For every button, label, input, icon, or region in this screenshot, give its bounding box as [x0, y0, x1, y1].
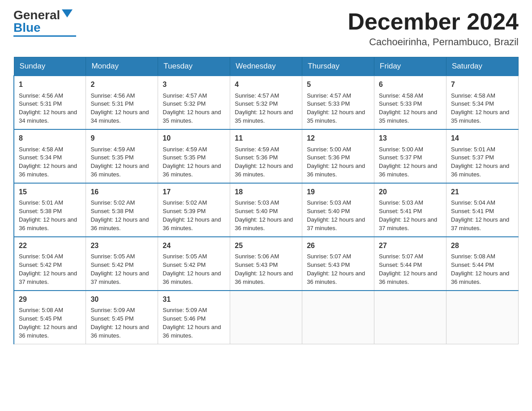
day-number: 21 [451, 187, 514, 197]
header-thursday: Thursday [302, 57, 374, 76]
day-number: 10 [163, 133, 225, 143]
title-section: December 2024 Cachoeirinha, Pernambuco, … [348, 9, 519, 48]
calendar-cell: 13 Sunrise: 5:00 AMSunset: 5:37 PMDaylig… [374, 129, 446, 183]
calendar-cell: 31 Sunrise: 5:09 AMSunset: 5:46 PMDaylig… [158, 291, 230, 344]
logo-blue-text: Blue [13, 21, 41, 34]
day-info: Sunrise: 5:03 AMSunset: 5:40 PMDaylight:… [235, 199, 293, 231]
calendar-cell [302, 291, 374, 344]
header-saturday: Saturday [446, 57, 519, 76]
week-row-2: 8 Sunrise: 4:58 AMSunset: 5:34 PMDayligh… [14, 129, 519, 183]
day-info: Sunrise: 4:59 AMSunset: 5:35 PMDaylight:… [163, 146, 221, 178]
day-number: 9 [90, 133, 153, 143]
page-header: General Blue December 2024 Cachoeirinha,… [13, 9, 519, 48]
calendar-cell: 29 Sunrise: 5:08 AMSunset: 5:45 PMDaylig… [14, 291, 86, 344]
logo-triangle-icon [62, 9, 73, 17]
day-number: 2 [90, 80, 153, 90]
day-number: 20 [379, 187, 442, 197]
calendar-cell: 20 Sunrise: 5:03 AMSunset: 5:41 PMDaylig… [374, 183, 446, 237]
calendar-cell [446, 291, 519, 344]
week-row-1: 1 Sunrise: 4:56 AMSunset: 5:31 PMDayligh… [14, 76, 519, 129]
day-number: 16 [90, 187, 153, 197]
day-info: Sunrise: 5:09 AMSunset: 5:45 PMDaylight:… [90, 307, 149, 339]
calendar-cell: 19 Sunrise: 5:03 AMSunset: 5:40 PMDaylig… [302, 183, 374, 237]
day-info: Sunrise: 5:07 AMSunset: 5:44 PMDaylight:… [379, 253, 437, 285]
day-info: Sunrise: 5:07 AMSunset: 5:43 PMDaylight:… [307, 253, 365, 285]
calendar-cell: 8 Sunrise: 4:58 AMSunset: 5:34 PMDayligh… [14, 129, 86, 183]
calendar-cell [230, 291, 302, 344]
calendar-cell: 4 Sunrise: 4:57 AMSunset: 5:32 PMDayligh… [230, 76, 302, 129]
calendar-cell: 9 Sunrise: 4:59 AMSunset: 5:35 PMDayligh… [86, 129, 158, 183]
calendar-cell: 25 Sunrise: 5:06 AMSunset: 5:43 PMDaylig… [230, 237, 302, 291]
day-number: 7 [451, 80, 514, 90]
header-friday: Friday [374, 57, 446, 76]
day-info: Sunrise: 5:00 AMSunset: 5:36 PMDaylight:… [307, 146, 365, 178]
day-info: Sunrise: 5:08 AMSunset: 5:44 PMDaylight:… [451, 253, 509, 285]
day-number: 12 [307, 133, 369, 143]
day-info: Sunrise: 4:58 AMSunset: 5:33 PMDaylight:… [379, 92, 437, 124]
calendar-cell: 27 Sunrise: 5:07 AMSunset: 5:44 PMDaylig… [374, 237, 446, 291]
calendar-cell: 7 Sunrise: 4:58 AMSunset: 5:34 PMDayligh… [446, 76, 519, 129]
day-number: 17 [163, 187, 225, 197]
calendar-cell: 1 Sunrise: 4:56 AMSunset: 5:31 PMDayligh… [14, 76, 86, 129]
day-number: 18 [235, 187, 297, 197]
day-number: 1 [19, 80, 81, 90]
day-info: Sunrise: 4:58 AMSunset: 5:34 PMDaylight:… [451, 92, 509, 124]
day-info: Sunrise: 4:56 AMSunset: 5:31 PMDaylight:… [19, 92, 77, 124]
day-info: Sunrise: 5:02 AMSunset: 5:38 PMDaylight:… [90, 199, 149, 231]
month-title: December 2024 [348, 9, 519, 34]
day-info: Sunrise: 4:59 AMSunset: 5:36 PMDaylight:… [235, 146, 293, 178]
logo: General Blue [13, 9, 76, 37]
day-number: 8 [19, 133, 81, 143]
day-number: 25 [235, 241, 297, 251]
day-info: Sunrise: 5:01 AMSunset: 5:38 PMDaylight:… [19, 199, 77, 231]
calendar-cell: 21 Sunrise: 5:04 AMSunset: 5:41 PMDaylig… [446, 183, 519, 237]
day-info: Sunrise: 5:03 AMSunset: 5:40 PMDaylight:… [307, 199, 365, 231]
calendar-table: SundayMondayTuesdayWednesdayThursdayFrid… [13, 57, 519, 344]
day-number: 27 [379, 241, 442, 251]
calendar-cell: 26 Sunrise: 5:07 AMSunset: 5:43 PMDaylig… [302, 237, 374, 291]
day-info: Sunrise: 5:05 AMSunset: 5:42 PMDaylight:… [163, 253, 221, 285]
day-info: Sunrise: 5:09 AMSunset: 5:46 PMDaylight:… [163, 307, 221, 339]
calendar-cell: 17 Sunrise: 5:02 AMSunset: 5:39 PMDaylig… [158, 183, 230, 237]
day-number: 26 [307, 241, 369, 251]
header-monday: Monday [86, 57, 158, 76]
day-info: Sunrise: 5:05 AMSunset: 5:42 PMDaylight:… [90, 253, 149, 285]
day-info: Sunrise: 4:57 AMSunset: 5:32 PMDaylight:… [163, 92, 221, 124]
calendar-cell: 24 Sunrise: 5:05 AMSunset: 5:42 PMDaylig… [158, 237, 230, 291]
day-number: 15 [19, 187, 81, 197]
day-number: 11 [235, 133, 297, 143]
week-row-5: 29 Sunrise: 5:08 AMSunset: 5:45 PMDaylig… [14, 291, 519, 344]
day-info: Sunrise: 5:02 AMSunset: 5:39 PMDaylight:… [163, 199, 221, 231]
day-info: Sunrise: 5:03 AMSunset: 5:41 PMDaylight:… [379, 199, 437, 231]
day-info: Sunrise: 5:04 AMSunset: 5:42 PMDaylight:… [19, 253, 77, 285]
header-row: SundayMondayTuesdayWednesdayThursdayFrid… [14, 57, 519, 76]
calendar-cell: 18 Sunrise: 5:03 AMSunset: 5:40 PMDaylig… [230, 183, 302, 237]
week-row-4: 22 Sunrise: 5:04 AMSunset: 5:42 PMDaylig… [14, 237, 519, 291]
day-info: Sunrise: 5:04 AMSunset: 5:41 PMDaylight:… [451, 199, 509, 231]
calendar-cell: 11 Sunrise: 4:59 AMSunset: 5:36 PMDaylig… [230, 129, 302, 183]
header-wednesday: Wednesday [230, 57, 302, 76]
day-number: 22 [19, 241, 81, 251]
calendar-cell: 16 Sunrise: 5:02 AMSunset: 5:38 PMDaylig… [86, 183, 158, 237]
calendar-cell: 22 Sunrise: 5:04 AMSunset: 5:42 PMDaylig… [14, 237, 86, 291]
day-number: 28 [451, 241, 514, 251]
day-number: 4 [235, 80, 297, 90]
day-number: 3 [163, 80, 225, 90]
day-number: 13 [379, 133, 442, 143]
calendar-cell: 23 Sunrise: 5:05 AMSunset: 5:42 PMDaylig… [86, 237, 158, 291]
calendar-cell: 14 Sunrise: 5:01 AMSunset: 5:37 PMDaylig… [446, 129, 519, 183]
day-number: 6 [379, 80, 442, 90]
day-number: 30 [90, 295, 153, 304]
calendar-cell: 6 Sunrise: 4:58 AMSunset: 5:33 PMDayligh… [374, 76, 446, 129]
logo-divider [13, 35, 76, 37]
day-number: 24 [163, 241, 225, 251]
calendar-cell: 12 Sunrise: 5:00 AMSunset: 5:36 PMDaylig… [302, 129, 374, 183]
calendar-cell: 3 Sunrise: 4:57 AMSunset: 5:32 PMDayligh… [158, 76, 230, 129]
day-info: Sunrise: 4:58 AMSunset: 5:34 PMDaylight:… [19, 146, 77, 178]
day-number: 23 [90, 241, 153, 251]
calendar-cell: 5 Sunrise: 4:57 AMSunset: 5:33 PMDayligh… [302, 76, 374, 129]
location-subtitle: Cachoeirinha, Pernambuco, Brazil [348, 36, 519, 48]
day-info: Sunrise: 4:57 AMSunset: 5:33 PMDaylight:… [307, 92, 365, 124]
header-sunday: Sunday [14, 57, 86, 76]
day-info: Sunrise: 5:00 AMSunset: 5:37 PMDaylight:… [379, 146, 437, 178]
